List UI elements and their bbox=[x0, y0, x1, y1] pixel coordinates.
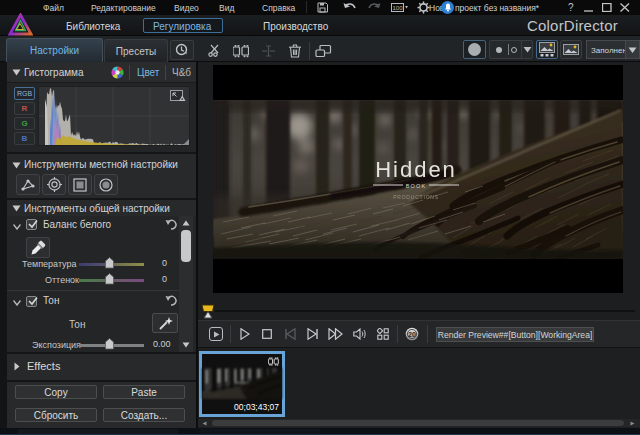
svg-text:20: 20 bbox=[408, 331, 416, 338]
svg-text:Hidden: Hidden bbox=[375, 157, 457, 182]
svg-text:BOOK: BOOK bbox=[406, 183, 427, 189]
svg-text:100: 100 bbox=[393, 5, 404, 11]
svg-text:Hidden: Hidden bbox=[235, 381, 249, 385]
svg-text:PRODUCTIONS: PRODUCTIONS bbox=[393, 194, 439, 200]
